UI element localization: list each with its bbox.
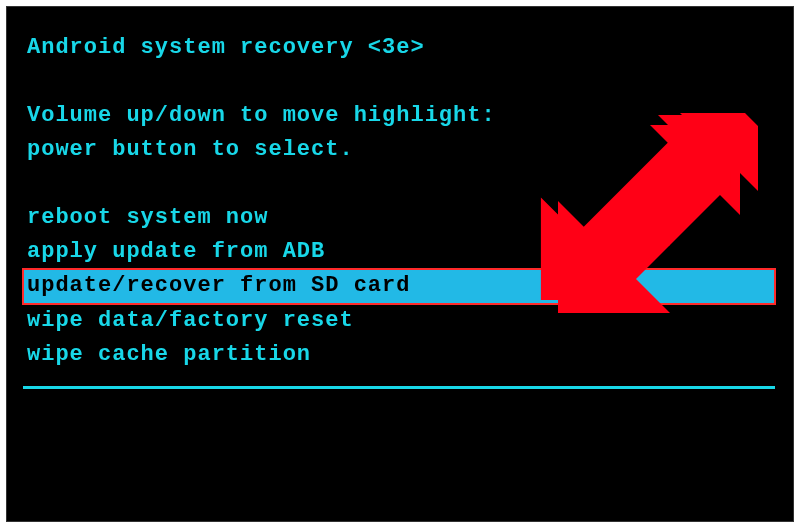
menu-item-reboot[interactable]: reboot system now	[27, 201, 793, 235]
spacer	[27, 65, 793, 99]
menu-item-factory-reset[interactable]: wipe data/factory reset	[27, 304, 793, 338]
menu-item-wipe-cache[interactable]: wipe cache partition	[27, 338, 793, 372]
instruction-line-2: power button to select.	[27, 133, 793, 167]
instruction-line-1: Volume up/down to move highlight:	[27, 99, 793, 133]
recovery-screen: Android system recovery <3e> Volume up/d…	[6, 6, 794, 522]
divider	[23, 386, 775, 389]
menu-item-adb-update[interactable]: apply update from ADB	[27, 235, 793, 269]
menu-item-sd-update[interactable]: update/recover from SD card	[23, 269, 775, 303]
spacer	[27, 167, 793, 201]
title: Android system recovery <3e>	[27, 31, 793, 65]
